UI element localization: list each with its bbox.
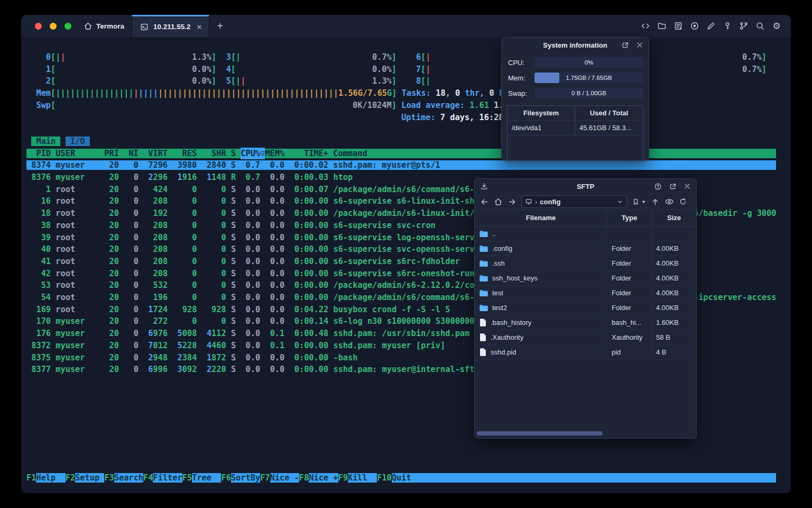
bookmark-icon[interactable] (632, 198, 640, 206)
mem-usage-row: Mem: 1.75GB / 7.65GB (508, 72, 643, 83)
sftp-file-row[interactable]: .. (475, 226, 696, 241)
open-in-window-icon[interactable] (669, 183, 677, 190)
app-home-button[interactable]: Termora (83, 21, 124, 31)
sftp-file-row[interactable]: .XauthorityXauthority58 B (475, 330, 696, 345)
size-column-header[interactable]: Size (652, 210, 696, 226)
filesystem-name: /dev/vda1 (508, 121, 575, 135)
fkey-F3[interactable]: Search (114, 473, 143, 483)
download-icon[interactable] (480, 182, 488, 190)
cpu-label: CPU: (508, 59, 534, 67)
sftp-file-row[interactable]: sshd.pidpid4 B (475, 345, 696, 360)
upload-icon[interactable] (651, 197, 660, 206)
type-column-header[interactable]: Type (607, 210, 652, 226)
cpu-usage-bar: 0% (534, 57, 643, 68)
filesystem-table: Filesystem Used / Total /dev/vda145.61GB… (507, 105, 643, 162)
file-name: .. (492, 230, 496, 238)
settings-icon[interactable]: ⚙ (772, 21, 781, 31)
fkey-F4[interactable]: Filter (153, 473, 182, 483)
code-icon[interactable] (641, 21, 650, 31)
show-hidden-files-icon[interactable] (665, 197, 674, 206)
folder-icon[interactable] (657, 21, 667, 31)
sftp-file-row[interactable]: .sshFolder4.00KB (475, 256, 696, 271)
traffic-lights (21, 23, 71, 30)
fkey-F6[interactable]: SortBy (231, 473, 260, 483)
fkey-F1[interactable]: Help (36, 473, 65, 483)
file-name: .config (492, 244, 512, 252)
file-icon (479, 333, 486, 341)
swap-label: Swap: (508, 89, 534, 97)
process-table-header[interactable]: PID USER PRI NI VIRT RES SHR S CPU%▽MEM%… (26, 149, 776, 158)
folder-icon (479, 260, 488, 267)
forward-icon[interactable] (508, 197, 516, 206)
home-icon (83, 21, 93, 31)
mem-label: Mem: (508, 74, 534, 82)
sort-column-cpu[interactable]: CPU%▽ (241, 148, 265, 160)
fkey-F9[interactable]: Kill (348, 473, 377, 483)
file-name: sshd.pid (491, 348, 516, 356)
file-name: ssh_host_keys (492, 274, 538, 282)
selected-process-row[interactable]: 8374 myuser 20 0 7296 3980 2840 S 0.7 0.… (26, 160, 776, 170)
chevron-down-icon[interactable] (616, 198, 623, 205)
search-icon[interactable] (755, 21, 765, 31)
refresh-icon[interactable] (679, 197, 687, 206)
file-name: .ssh (492, 259, 505, 267)
notes-icon[interactable] (673, 21, 683, 31)
cpu-usage-value: 0% (534, 57, 643, 68)
cpu-usage-row: CPU: 0% (508, 57, 643, 68)
file-name: test2 (492, 304, 507, 312)
open-in-window-icon[interactable] (621, 41, 629, 49)
file-size: 58 B (652, 330, 696, 344)
sftp-file-row[interactable]: testFolder4.00KB (475, 286, 696, 301)
file-size: 4 B (652, 345, 696, 359)
sftp-title-bar[interactable]: SFTP (475, 179, 696, 194)
fkey-F5[interactable]: Tree (192, 473, 221, 483)
filename-column-header[interactable]: Filename (475, 210, 607, 226)
close-panel-icon[interactable] (684, 183, 691, 190)
close-window-button[interactable] (35, 23, 42, 30)
help-icon[interactable] (654, 183, 662, 190)
htop-tab-main[interactable]: Main (31, 137, 60, 146)
swap-usage-value: 0 B / 1.00GB (534, 88, 643, 98)
sftp-file-row[interactable]: .configFolder4.00KB (475, 241, 696, 256)
minimize-window-button[interactable] (50, 23, 57, 30)
record-icon[interactable] (690, 21, 699, 31)
filesystem-column-header: Filesystem (508, 106, 575, 120)
folder-icon (479, 304, 488, 312)
filesystem-row[interactable]: /dev/vda145.61GB / 58.3... (508, 121, 643, 135)
branch-icon[interactable] (739, 21, 749, 31)
current-directory: config (540, 198, 560, 206)
system-information-title: System information (543, 41, 607, 49)
file-type: Folder (607, 241, 652, 256)
back-icon[interactable] (480, 197, 489, 206)
breadcrumb-separator: › (535, 198, 537, 206)
pencil-icon[interactable] (706, 21, 716, 31)
zoom-window-button[interactable] (64, 23, 71, 30)
tab-session[interactable]: 10.211.55.2 × (132, 15, 209, 37)
file-name: .Xauthority (491, 333, 523, 341)
new-tab-button[interactable]: + (209, 20, 230, 32)
htop-tab-io[interactable]: I/O (66, 137, 90, 146)
close-panel-icon[interactable] (636, 41, 643, 49)
bookmark-dropdown-icon[interactable] (641, 199, 646, 204)
folder-icon (479, 245, 488, 252)
system-information-title-bar[interactable]: System information (502, 38, 649, 52)
sftp-panel: SFTP (474, 178, 697, 439)
home-icon[interactable] (494, 197, 503, 206)
path-breadcrumb[interactable]: › config (521, 195, 627, 208)
app-window: Termora 10.211.55.2 × + (21, 15, 791, 493)
fkey-F7[interactable]: Nice - (270, 473, 299, 483)
sftp-file-row[interactable]: .bash_historybash_hi...1.60KB (475, 315, 696, 330)
sftp-file-row[interactable]: ssh_host_keysFolder4.00KB (475, 271, 696, 286)
fkey-F10[interactable]: Quit (392, 473, 421, 483)
file-type: Folder (607, 301, 652, 315)
key-icon[interactable] (723, 21, 732, 31)
file-size: 1.60KB (652, 315, 696, 330)
close-tab-icon[interactable]: × (197, 22, 202, 31)
window-toolbar: ⚙ (641, 21, 791, 31)
file-type: pid (607, 345, 652, 359)
mem-usage-value: 1.75GB / 7.65GB (534, 72, 643, 83)
fkey-F8[interactable]: Nice + (309, 473, 338, 483)
horizontal-scrollbar[interactable] (477, 431, 603, 436)
sftp-file-row[interactable]: test2Folder4.00KB (475, 301, 696, 315)
fkey-F2[interactable]: Setup (75, 473, 104, 483)
